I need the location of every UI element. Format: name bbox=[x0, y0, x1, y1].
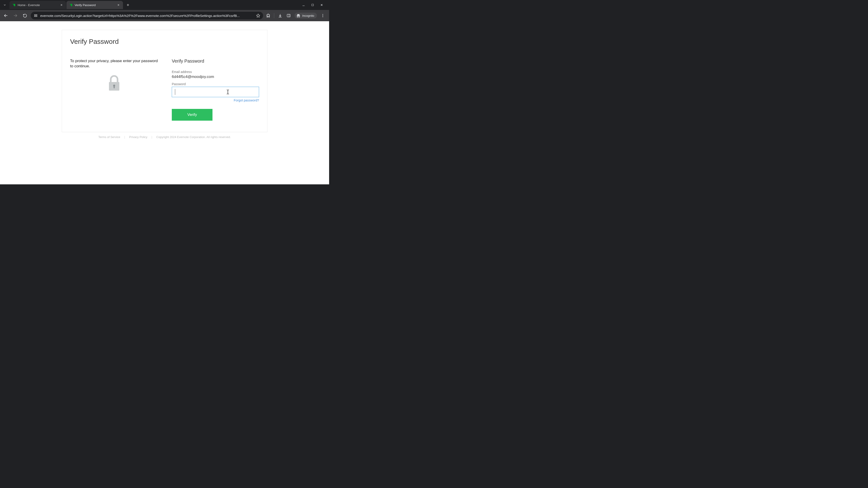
page-title: Verify Password bbox=[70, 38, 259, 45]
verify-button[interactable]: Verify bbox=[172, 109, 213, 121]
form-title: Verify Password bbox=[172, 59, 259, 64]
incognito-indicator[interactable]: Incognito bbox=[294, 13, 317, 19]
back-button[interactable] bbox=[2, 12, 9, 19]
svg-point-25 bbox=[322, 15, 323, 16]
toolbar-right: Incognito bbox=[266, 13, 327, 19]
page-footer: Terms of Service | Privacy Policy | Copy… bbox=[62, 135, 268, 139]
reload-button[interactable] bbox=[21, 12, 29, 19]
svg-point-21 bbox=[297, 16, 298, 17]
bookmark-icon[interactable] bbox=[256, 13, 260, 18]
address-bar[interactable]: evernote.com/SecurityLogin.action?target… bbox=[31, 12, 263, 20]
terms-link[interactable]: Terms of Service bbox=[98, 135, 120, 139]
extensions-icon[interactable] bbox=[266, 13, 271, 18]
tab-title: Home - Evernote bbox=[18, 3, 58, 7]
url-text: evernote.com/SecurityLogin.action?target… bbox=[40, 14, 254, 18]
close-icon[interactable] bbox=[60, 3, 63, 7]
svg-rect-29 bbox=[114, 86, 115, 88]
window-controls bbox=[302, 3, 328, 7]
tab-title: Verify Password bbox=[74, 3, 115, 7]
password-input-wrap bbox=[172, 87, 259, 97]
tab-strip: Home - Evernote Verify Password bbox=[0, 0, 329, 10]
close-window-button[interactable] bbox=[320, 3, 324, 7]
card-body: To protect your privacy, please enter yo… bbox=[70, 59, 259, 121]
svg-marker-16 bbox=[256, 14, 260, 18]
password-input[interactable] bbox=[172, 87, 259, 97]
svg-rect-7 bbox=[312, 4, 313, 6]
incognito-label: Incognito bbox=[302, 14, 314, 18]
evernote-icon bbox=[12, 3, 16, 7]
intro-text: To protect your privacy, please enter yo… bbox=[70, 59, 158, 69]
svg-point-22 bbox=[299, 16, 300, 17]
search-tabs-button[interactable] bbox=[1, 2, 8, 8]
side-panel-icon[interactable] bbox=[286, 13, 291, 18]
svg-rect-12 bbox=[34, 15, 37, 15]
svg-rect-13 bbox=[34, 16, 37, 17]
verify-password-card: Verify Password To protect your privacy,… bbox=[62, 30, 268, 132]
svg-point-26 bbox=[322, 17, 323, 17]
email-label: Email address bbox=[172, 70, 259, 74]
lock-icon bbox=[70, 73, 158, 92]
tab-verify-password[interactable]: Verify Password bbox=[66, 1, 123, 9]
browser-toolbar: evernote.com/SecurityLogin.action?target… bbox=[0, 10, 329, 21]
form-column: Verify Password Email address 6d44f5c4@m… bbox=[172, 59, 259, 121]
browser-chrome: Home - Evernote Verify Password bbox=[0, 0, 329, 21]
maximize-button[interactable] bbox=[311, 3, 315, 7]
divider: | bbox=[151, 135, 152, 139]
divider bbox=[274, 13, 274, 18]
email-value: 6d44f5c4@moodjoy.com bbox=[172, 74, 259, 79]
privacy-link[interactable]: Privacy Policy bbox=[129, 135, 147, 139]
menu-icon[interactable] bbox=[320, 13, 326, 18]
forward-button[interactable] bbox=[12, 12, 19, 19]
svg-rect-19 bbox=[287, 14, 290, 17]
evernote-icon bbox=[69, 3, 73, 7]
new-tab-button[interactable] bbox=[125, 2, 131, 8]
forgot-password-link[interactable]: Forgot password? bbox=[172, 98, 259, 102]
downloads-icon[interactable] bbox=[277, 13, 283, 18]
incognito-icon bbox=[296, 13, 301, 18]
close-icon[interactable] bbox=[117, 3, 120, 7]
divider: | bbox=[124, 135, 125, 139]
copyright-text: Copyright 2024 Evernote Corporation. All… bbox=[156, 135, 231, 139]
site-info-icon[interactable] bbox=[33, 13, 38, 18]
tab-home-evernote[interactable]: Home - Evernote bbox=[9, 1, 66, 9]
text-caret bbox=[175, 89, 175, 95]
minimize-button[interactable] bbox=[302, 3, 306, 7]
page-viewport[interactable]: Verify Password To protect your privacy,… bbox=[0, 21, 329, 184]
svg-point-24 bbox=[322, 14, 323, 15]
password-label: Password bbox=[172, 82, 259, 86]
intro-column: To protect your privacy, please enter yo… bbox=[70, 59, 158, 121]
